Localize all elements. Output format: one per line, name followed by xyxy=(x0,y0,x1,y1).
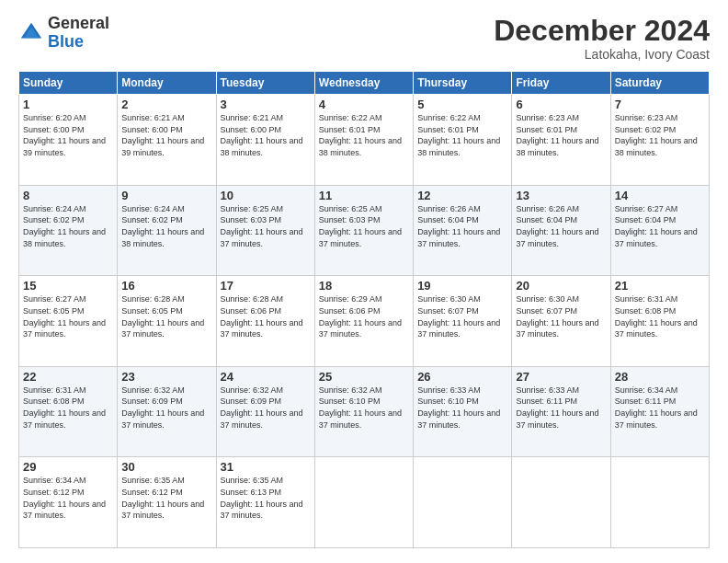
calendar-cell: 31Sunrise: 6:35 AMSunset: 6:13 PMDayligh… xyxy=(216,457,314,548)
calendar-body: 1Sunrise: 6:20 AMSunset: 6:00 PMDaylight… xyxy=(19,95,710,548)
logo: General Blue xyxy=(18,15,109,52)
cell-details: Sunrise: 6:35 AMSunset: 6:13 PMDaylight:… xyxy=(221,475,311,521)
cell-details: Sunrise: 6:33 AMSunset: 6:11 PMDaylight:… xyxy=(516,385,606,431)
col-monday: Monday xyxy=(118,72,216,95)
calendar-cell: 11Sunrise: 6:25 AMSunset: 6:03 PMDayligh… xyxy=(314,185,413,276)
cell-details: Sunrise: 6:34 AMSunset: 6:12 PMDaylight:… xyxy=(23,475,113,521)
page: General Blue December 2024 Latokaha, Ivo… xyxy=(0,0,728,563)
calendar-cell: 8Sunrise: 6:24 AMSunset: 6:02 PMDaylight… xyxy=(19,185,118,276)
calendar-cell: 30Sunrise: 6:35 AMSunset: 6:12 PMDayligh… xyxy=(118,457,216,548)
logo-text: General Blue xyxy=(48,15,109,52)
calendar-cell: 4Sunrise: 6:22 AMSunset: 6:01 PMDaylight… xyxy=(314,95,413,186)
day-number: 28 xyxy=(615,370,705,384)
day-number: 20 xyxy=(516,279,606,293)
calendar-cell: 15Sunrise: 6:27 AMSunset: 6:05 PMDayligh… xyxy=(19,276,118,367)
calendar-cell: 10Sunrise: 6:25 AMSunset: 6:03 PMDayligh… xyxy=(216,185,314,276)
day-number: 6 xyxy=(516,98,606,111)
calendar-cell: 29Sunrise: 6:34 AMSunset: 6:12 PMDayligh… xyxy=(19,457,118,548)
day-number: 18 xyxy=(319,279,409,293)
col-sunday: Sunday xyxy=(19,72,118,95)
calendar-cell: 19Sunrise: 6:30 AMSunset: 6:07 PMDayligh… xyxy=(414,276,512,367)
col-tuesday: Tuesday xyxy=(216,72,314,95)
day-number: 11 xyxy=(319,189,409,202)
cell-details: Sunrise: 6:34 AMSunset: 6:11 PMDaylight:… xyxy=(615,385,705,431)
day-number: 2 xyxy=(121,98,211,111)
cell-details: Sunrise: 6:20 AMSunset: 6:00 PMDaylight:… xyxy=(23,112,113,158)
calendar-cell: 9Sunrise: 6:24 AMSunset: 6:02 PMDaylight… xyxy=(118,185,216,276)
cell-details: Sunrise: 6:24 AMSunset: 6:02 PMDaylight:… xyxy=(23,203,113,249)
day-number: 27 xyxy=(516,370,606,384)
cell-details: Sunrise: 6:21 AMSunset: 6:00 PMDaylight:… xyxy=(221,112,311,158)
calendar-cell: 5Sunrise: 6:22 AMSunset: 6:01 PMDaylight… xyxy=(414,95,512,186)
calendar-week-row: 15Sunrise: 6:27 AMSunset: 6:05 PMDayligh… xyxy=(19,276,710,367)
calendar-cell: 3Sunrise: 6:21 AMSunset: 6:00 PMDaylight… xyxy=(216,95,314,186)
calendar-cell: 2Sunrise: 6:21 AMSunset: 6:00 PMDaylight… xyxy=(118,95,216,186)
col-wednesday: Wednesday xyxy=(314,72,413,95)
title-block: December 2024 Latokaha, Ivory Coast xyxy=(494,15,710,62)
calendar-cell: 18Sunrise: 6:29 AMSunset: 6:06 PMDayligh… xyxy=(314,276,413,367)
logo-icon xyxy=(18,20,44,46)
day-number: 15 xyxy=(23,279,113,293)
calendar-cell: 25Sunrise: 6:32 AMSunset: 6:10 PMDayligh… xyxy=(314,366,413,457)
day-number: 17 xyxy=(221,279,311,293)
calendar-cell: 16Sunrise: 6:28 AMSunset: 6:05 PMDayligh… xyxy=(118,276,216,367)
day-number: 10 xyxy=(221,189,311,202)
cell-details: Sunrise: 6:33 AMSunset: 6:10 PMDaylight:… xyxy=(417,385,507,431)
calendar-week-row: 8Sunrise: 6:24 AMSunset: 6:02 PMDaylight… xyxy=(19,185,710,276)
cell-details: Sunrise: 6:22 AMSunset: 6:01 PMDaylight:… xyxy=(417,112,507,158)
cell-details: Sunrise: 6:29 AMSunset: 6:06 PMDaylight:… xyxy=(319,293,409,339)
day-number: 29 xyxy=(23,460,113,474)
calendar-cell xyxy=(512,457,610,548)
cell-details: Sunrise: 6:22 AMSunset: 6:01 PMDaylight:… xyxy=(319,112,409,158)
calendar-cell: 24Sunrise: 6:32 AMSunset: 6:09 PMDayligh… xyxy=(216,366,314,457)
calendar-cell: 20Sunrise: 6:30 AMSunset: 6:07 PMDayligh… xyxy=(512,276,610,367)
cell-details: Sunrise: 6:28 AMSunset: 6:06 PMDaylight:… xyxy=(221,293,311,339)
calendar-cell: 7Sunrise: 6:23 AMSunset: 6:02 PMDaylight… xyxy=(610,95,709,186)
day-number: 1 xyxy=(23,98,113,111)
cell-details: Sunrise: 6:23 AMSunset: 6:01 PMDaylight:… xyxy=(516,112,606,158)
cell-details: Sunrise: 6:23 AMSunset: 6:02 PMDaylight:… xyxy=(615,112,705,158)
calendar-header: Sunday Monday Tuesday Wednesday Thursday… xyxy=(19,72,710,95)
month-title: December 2024 xyxy=(494,15,710,47)
day-number: 8 xyxy=(23,189,113,202)
day-number: 25 xyxy=(319,370,409,384)
cell-details: Sunrise: 6:28 AMSunset: 6:05 PMDaylight:… xyxy=(121,293,211,339)
day-number: 19 xyxy=(417,279,507,293)
day-number: 7 xyxy=(615,98,705,111)
calendar-cell xyxy=(414,457,512,548)
day-number: 26 xyxy=(417,370,507,384)
cell-details: Sunrise: 6:31 AMSunset: 6:08 PMDaylight:… xyxy=(615,293,705,339)
col-friday: Friday xyxy=(512,72,610,95)
cell-details: Sunrise: 6:32 AMSunset: 6:10 PMDaylight:… xyxy=(319,385,409,431)
cell-details: Sunrise: 6:35 AMSunset: 6:12 PMDaylight:… xyxy=(121,475,211,521)
calendar-cell: 17Sunrise: 6:28 AMSunset: 6:06 PMDayligh… xyxy=(216,276,314,367)
cell-details: Sunrise: 6:31 AMSunset: 6:08 PMDaylight:… xyxy=(23,385,113,431)
cell-details: Sunrise: 6:32 AMSunset: 6:09 PMDaylight:… xyxy=(221,385,311,431)
day-number: 31 xyxy=(221,460,311,474)
cell-details: Sunrise: 6:26 AMSunset: 6:04 PMDaylight:… xyxy=(417,203,507,249)
cell-details: Sunrise: 6:27 AMSunset: 6:05 PMDaylight:… xyxy=(23,293,113,339)
cell-details: Sunrise: 6:30 AMSunset: 6:07 PMDaylight:… xyxy=(417,293,507,339)
day-number: 30 xyxy=(121,460,211,474)
calendar-week-row: 1Sunrise: 6:20 AMSunset: 6:00 PMDaylight… xyxy=(19,95,710,186)
day-number: 4 xyxy=(319,98,409,111)
calendar-cell xyxy=(610,457,709,548)
header: General Blue December 2024 Latokaha, Ivo… xyxy=(18,15,710,62)
day-number: 22 xyxy=(23,370,113,384)
cell-details: Sunrise: 6:24 AMSunset: 6:02 PMDaylight:… xyxy=(121,203,211,249)
logo-general-text: General xyxy=(48,14,109,32)
calendar-cell: 23Sunrise: 6:32 AMSunset: 6:09 PMDayligh… xyxy=(118,366,216,457)
calendar-cell: 12Sunrise: 6:26 AMSunset: 6:04 PMDayligh… xyxy=(414,185,512,276)
calendar-cell: 14Sunrise: 6:27 AMSunset: 6:04 PMDayligh… xyxy=(610,185,709,276)
day-number: 9 xyxy=(121,189,211,202)
calendar-cell: 28Sunrise: 6:34 AMSunset: 6:11 PMDayligh… xyxy=(610,366,709,457)
calendar-cell: 6Sunrise: 6:23 AMSunset: 6:01 PMDaylight… xyxy=(512,95,610,186)
day-number: 21 xyxy=(615,279,705,293)
calendar-cell xyxy=(314,457,413,548)
cell-details: Sunrise: 6:25 AMSunset: 6:03 PMDaylight:… xyxy=(221,203,311,249)
day-number: 14 xyxy=(615,189,705,202)
cell-details: Sunrise: 6:32 AMSunset: 6:09 PMDaylight:… xyxy=(121,385,211,431)
calendar-week-row: 29Sunrise: 6:34 AMSunset: 6:12 PMDayligh… xyxy=(19,457,710,548)
calendar-week-row: 22Sunrise: 6:31 AMSunset: 6:08 PMDayligh… xyxy=(19,366,710,457)
day-number: 23 xyxy=(121,370,211,384)
